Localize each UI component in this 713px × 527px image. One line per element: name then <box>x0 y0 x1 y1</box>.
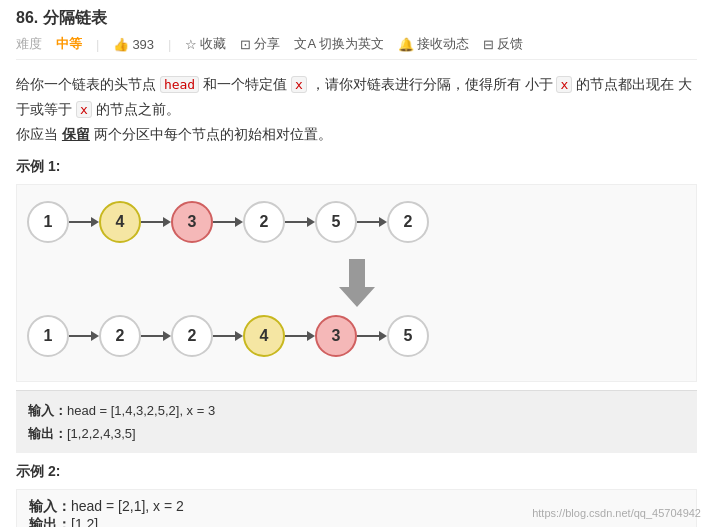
desc-text-3: ，请你对链表进行分隔，使得所有 小于 <box>307 76 557 92</box>
toolbar-row: 难度 中等 | 👍 393 | ☆ 收藏 ⊡ 分享 文A 切换为英文 🔔 接收动… <box>16 35 697 60</box>
notifications-button[interactable]: 🔔 接收动态 <box>398 35 469 53</box>
example2-input-line: 输入：head = [2,1], x = 2 <box>29 498 684 516</box>
example2-input-value: head = [2,1], x = 2 <box>71 498 184 514</box>
chain-node: 2 <box>387 201 429 243</box>
switch-lang-button[interactable]: 文A 切换为英文 <box>294 35 384 53</box>
arrow <box>69 217 99 227</box>
sep2: | <box>168 37 171 52</box>
lang-icon: 文A <box>294 35 316 53</box>
page-title: 86. 分隔链表 <box>16 8 107 29</box>
notifications-label: 接收动态 <box>417 35 469 53</box>
share-icon: ⊡ <box>240 37 251 52</box>
chain-node: 2 <box>243 201 285 243</box>
example2-area: 输入：head = [2,1], x = 2 输出：[1,2] <box>16 489 697 527</box>
chain-node: 1 <box>27 315 69 357</box>
desc-code-x: x <box>291 76 307 93</box>
collect-button[interactable]: ☆ 收藏 <box>185 35 226 53</box>
star-icon: ☆ <box>185 37 197 52</box>
share-button[interactable]: ⊡ 分享 <box>240 35 280 53</box>
difficulty-value: 中等 <box>56 35 82 53</box>
chain-node: 5 <box>387 315 429 357</box>
share-label: 分享 <box>254 35 280 53</box>
likes-button[interactable]: 👍 393 <box>113 37 154 52</box>
arrow <box>357 331 387 341</box>
arrow <box>141 331 171 341</box>
example2-title: 示例 2: <box>16 463 697 481</box>
arrow <box>213 331 243 341</box>
desc-text-1: 给你一个链表的头节点 <box>16 76 160 92</box>
desc-code-head: head <box>160 76 199 93</box>
bell-icon: 🔔 <box>398 37 414 52</box>
example1-input-value: head = [1,4,3,2,5,2], x = 3 <box>67 403 215 418</box>
arrow <box>357 217 387 227</box>
chain-node: 2 <box>99 315 141 357</box>
desc-bold: 保留 <box>62 126 90 142</box>
feedback-button[interactable]: ⊟ 反馈 <box>483 35 523 53</box>
chain-node: 1 <box>27 201 69 243</box>
chain-bottom: 122435 <box>27 315 686 357</box>
chain-node: 2 <box>171 315 213 357</box>
sep1: | <box>96 37 99 52</box>
diagram-area: 143252 122435 <box>16 184 697 382</box>
example1-output-line: 输出：[1,2,2,4,3,5] <box>28 422 685 445</box>
arrow <box>141 217 171 227</box>
chain-node: 3 <box>171 201 213 243</box>
arrow <box>213 217 243 227</box>
chain-node: 4 <box>99 201 141 243</box>
feedback-icon: ⊟ <box>483 37 494 52</box>
description: 给你一个链表的头节点 head 和一个特定值 x ，请你对链表进行分隔，使得所有… <box>16 72 697 148</box>
example1-title: 示例 1: <box>16 158 697 176</box>
down-arrow-icon <box>337 259 377 307</box>
desc-code-x2: x <box>556 76 572 93</box>
feedback-label: 反馈 <box>497 35 523 53</box>
thumbs-up-icon: 👍 <box>113 37 129 52</box>
svg-marker-0 <box>339 259 375 307</box>
chain-node: 4 <box>243 315 285 357</box>
input-label: 输入： <box>28 403 67 418</box>
desc-code-x3: x <box>76 101 92 118</box>
collect-label: 收藏 <box>200 35 226 53</box>
likes-count: 393 <box>132 37 154 52</box>
desc-text-5: 的节点之前。 <box>92 101 180 117</box>
desc-text-2: 和一个特定值 <box>199 76 291 92</box>
desc-line2-1: 你应当 <box>16 126 62 142</box>
output-label-2: 输出： <box>29 516 71 527</box>
chain-top: 143252 <box>27 201 686 243</box>
arrow <box>69 331 99 341</box>
example1-input-line: 输入：head = [1,4,3,2,5,2], x = 3 <box>28 399 685 422</box>
chain-node: 5 <box>315 201 357 243</box>
input-label-2: 输入： <box>29 498 71 514</box>
desc-line2-2: 两个分区中每个节点的初始相对位置。 <box>90 126 332 142</box>
example1-output-value: [1,2,2,4,3,5] <box>67 426 136 441</box>
chain-node: 3 <box>315 315 357 357</box>
down-arrow-wrapper <box>27 251 686 315</box>
switch-lang-label: 切换为英文 <box>319 35 384 53</box>
example1-io: 输入：head = [1,4,3,2,5,2], x = 3 输出：[1,2,2… <box>16 390 697 454</box>
example2-output-line: 输出：[1,2] <box>29 516 684 527</box>
difficulty-label: 难度 <box>16 35 42 53</box>
output-label: 输出： <box>28 426 67 441</box>
arrow <box>285 217 315 227</box>
arrow <box>285 331 315 341</box>
example2-output-value: [1,2] <box>71 516 98 527</box>
